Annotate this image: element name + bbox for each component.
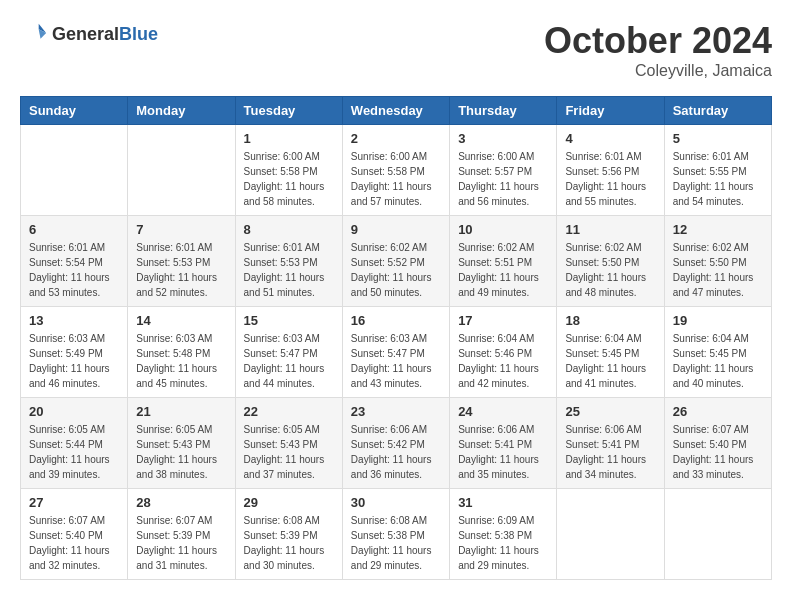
day-number: 19 xyxy=(673,313,763,328)
calendar-cell: 19Sunrise: 6:04 AM Sunset: 5:45 PM Dayli… xyxy=(664,307,771,398)
day-info: Sunrise: 6:03 AM Sunset: 5:47 PM Dayligh… xyxy=(244,331,334,391)
calendar-cell: 10Sunrise: 6:02 AM Sunset: 5:51 PM Dayli… xyxy=(450,216,557,307)
day-number: 14 xyxy=(136,313,226,328)
day-number: 20 xyxy=(29,404,119,419)
day-number: 16 xyxy=(351,313,441,328)
calendar-cell: 25Sunrise: 6:06 AM Sunset: 5:41 PM Dayli… xyxy=(557,398,664,489)
day-number: 7 xyxy=(136,222,226,237)
calendar-header-thursday: Thursday xyxy=(450,97,557,125)
day-number: 12 xyxy=(673,222,763,237)
calendar-cell: 17Sunrise: 6:04 AM Sunset: 5:46 PM Dayli… xyxy=(450,307,557,398)
calendar-cell: 5Sunrise: 6:01 AM Sunset: 5:55 PM Daylig… xyxy=(664,125,771,216)
day-info: Sunrise: 6:06 AM Sunset: 5:41 PM Dayligh… xyxy=(458,422,548,482)
day-info: Sunrise: 6:00 AM Sunset: 5:58 PM Dayligh… xyxy=(351,149,441,209)
calendar-cell: 15Sunrise: 6:03 AM Sunset: 5:47 PM Dayli… xyxy=(235,307,342,398)
month-title: October 2024 xyxy=(544,20,772,62)
calendar-cell: 1Sunrise: 6:00 AM Sunset: 5:58 PM Daylig… xyxy=(235,125,342,216)
day-info: Sunrise: 6:02 AM Sunset: 5:52 PM Dayligh… xyxy=(351,240,441,300)
logo-general: General xyxy=(52,24,119,44)
day-info: Sunrise: 6:07 AM Sunset: 5:40 PM Dayligh… xyxy=(673,422,763,482)
day-info: Sunrise: 6:03 AM Sunset: 5:47 PM Dayligh… xyxy=(351,331,441,391)
day-number: 31 xyxy=(458,495,548,510)
day-info: Sunrise: 6:06 AM Sunset: 5:41 PM Dayligh… xyxy=(565,422,655,482)
location: Coleyville, Jamaica xyxy=(544,62,772,80)
day-info: Sunrise: 6:03 AM Sunset: 5:48 PM Dayligh… xyxy=(136,331,226,391)
day-number: 4 xyxy=(565,131,655,146)
day-number: 21 xyxy=(136,404,226,419)
day-info: Sunrise: 6:01 AM Sunset: 5:55 PM Dayligh… xyxy=(673,149,763,209)
calendar-cell: 6Sunrise: 6:01 AM Sunset: 5:54 PM Daylig… xyxy=(21,216,128,307)
calendar-header-friday: Friday xyxy=(557,97,664,125)
day-info: Sunrise: 6:02 AM Sunset: 5:51 PM Dayligh… xyxy=(458,240,548,300)
title-area: October 2024 Coleyville, Jamaica xyxy=(544,20,772,80)
logo-blue: Blue xyxy=(119,24,158,44)
day-info: Sunrise: 6:08 AM Sunset: 5:38 PM Dayligh… xyxy=(351,513,441,573)
day-number: 10 xyxy=(458,222,548,237)
calendar-cell: 2Sunrise: 6:00 AM Sunset: 5:58 PM Daylig… xyxy=(342,125,449,216)
day-number: 28 xyxy=(136,495,226,510)
calendar-cell xyxy=(128,125,235,216)
day-number: 25 xyxy=(565,404,655,419)
calendar-cell: 4Sunrise: 6:01 AM Sunset: 5:56 PM Daylig… xyxy=(557,125,664,216)
calendar-cell: 11Sunrise: 6:02 AM Sunset: 5:50 PM Dayli… xyxy=(557,216,664,307)
calendar-week-row: 20Sunrise: 6:05 AM Sunset: 5:44 PM Dayli… xyxy=(21,398,772,489)
calendar-cell xyxy=(21,125,128,216)
calendar-week-row: 1Sunrise: 6:00 AM Sunset: 5:58 PM Daylig… xyxy=(21,125,772,216)
calendar-header-monday: Monday xyxy=(128,97,235,125)
calendar-cell: 29Sunrise: 6:08 AM Sunset: 5:39 PM Dayli… xyxy=(235,489,342,580)
calendar-cell: 31Sunrise: 6:09 AM Sunset: 5:38 PM Dayli… xyxy=(450,489,557,580)
day-info: Sunrise: 6:07 AM Sunset: 5:39 PM Dayligh… xyxy=(136,513,226,573)
day-info: Sunrise: 6:01 AM Sunset: 5:53 PM Dayligh… xyxy=(136,240,226,300)
calendar-header-row: SundayMondayTuesdayWednesdayThursdayFrid… xyxy=(21,97,772,125)
calendar-cell xyxy=(664,489,771,580)
calendar-header-wednesday: Wednesday xyxy=(342,97,449,125)
day-info: Sunrise: 6:02 AM Sunset: 5:50 PM Dayligh… xyxy=(565,240,655,300)
day-number: 26 xyxy=(673,404,763,419)
calendar-cell: 8Sunrise: 6:01 AM Sunset: 5:53 PM Daylig… xyxy=(235,216,342,307)
calendar-header-sunday: Sunday xyxy=(21,97,128,125)
day-number: 18 xyxy=(565,313,655,328)
page-header: GeneralBlue October 2024 Coleyville, Jam… xyxy=(20,20,772,80)
day-info: Sunrise: 6:08 AM Sunset: 5:39 PM Dayligh… xyxy=(244,513,334,573)
day-number: 2 xyxy=(351,131,441,146)
calendar-cell: 13Sunrise: 6:03 AM Sunset: 5:49 PM Dayli… xyxy=(21,307,128,398)
day-info: Sunrise: 6:09 AM Sunset: 5:38 PM Dayligh… xyxy=(458,513,548,573)
day-number: 9 xyxy=(351,222,441,237)
day-info: Sunrise: 6:05 AM Sunset: 5:43 PM Dayligh… xyxy=(136,422,226,482)
calendar-cell: 7Sunrise: 6:01 AM Sunset: 5:53 PM Daylig… xyxy=(128,216,235,307)
day-info: Sunrise: 6:04 AM Sunset: 5:46 PM Dayligh… xyxy=(458,331,548,391)
day-info: Sunrise: 6:03 AM Sunset: 5:49 PM Dayligh… xyxy=(29,331,119,391)
day-info: Sunrise: 6:04 AM Sunset: 5:45 PM Dayligh… xyxy=(673,331,763,391)
day-info: Sunrise: 6:01 AM Sunset: 5:54 PM Dayligh… xyxy=(29,240,119,300)
day-number: 5 xyxy=(673,131,763,146)
calendar-cell: 3Sunrise: 6:00 AM Sunset: 5:57 PM Daylig… xyxy=(450,125,557,216)
day-number: 11 xyxy=(565,222,655,237)
calendar-cell: 30Sunrise: 6:08 AM Sunset: 5:38 PM Dayli… xyxy=(342,489,449,580)
day-info: Sunrise: 6:05 AM Sunset: 5:44 PM Dayligh… xyxy=(29,422,119,482)
calendar-cell: 12Sunrise: 6:02 AM Sunset: 5:50 PM Dayli… xyxy=(664,216,771,307)
day-info: Sunrise: 6:07 AM Sunset: 5:40 PM Dayligh… xyxy=(29,513,119,573)
day-number: 13 xyxy=(29,313,119,328)
calendar-week-row: 13Sunrise: 6:03 AM Sunset: 5:49 PM Dayli… xyxy=(21,307,772,398)
day-number: 23 xyxy=(351,404,441,419)
calendar-cell xyxy=(557,489,664,580)
day-number: 30 xyxy=(351,495,441,510)
calendar-cell: 22Sunrise: 6:05 AM Sunset: 5:43 PM Dayli… xyxy=(235,398,342,489)
day-number: 17 xyxy=(458,313,548,328)
calendar-cell: 14Sunrise: 6:03 AM Sunset: 5:48 PM Dayli… xyxy=(128,307,235,398)
day-number: 3 xyxy=(458,131,548,146)
calendar-header-tuesday: Tuesday xyxy=(235,97,342,125)
calendar-cell: 9Sunrise: 6:02 AM Sunset: 5:52 PM Daylig… xyxy=(342,216,449,307)
calendar-cell: 20Sunrise: 6:05 AM Sunset: 5:44 PM Dayli… xyxy=(21,398,128,489)
day-number: 15 xyxy=(244,313,334,328)
day-number: 22 xyxy=(244,404,334,419)
calendar-week-row: 6Sunrise: 6:01 AM Sunset: 5:54 PM Daylig… xyxy=(21,216,772,307)
day-info: Sunrise: 6:01 AM Sunset: 5:56 PM Dayligh… xyxy=(565,149,655,209)
day-number: 27 xyxy=(29,495,119,510)
calendar-table: SundayMondayTuesdayWednesdayThursdayFrid… xyxy=(20,96,772,580)
day-info: Sunrise: 6:04 AM Sunset: 5:45 PM Dayligh… xyxy=(565,331,655,391)
day-info: Sunrise: 6:01 AM Sunset: 5:53 PM Dayligh… xyxy=(244,240,334,300)
day-info: Sunrise: 6:05 AM Sunset: 5:43 PM Dayligh… xyxy=(244,422,334,482)
day-info: Sunrise: 6:06 AM Sunset: 5:42 PM Dayligh… xyxy=(351,422,441,482)
day-number: 8 xyxy=(244,222,334,237)
